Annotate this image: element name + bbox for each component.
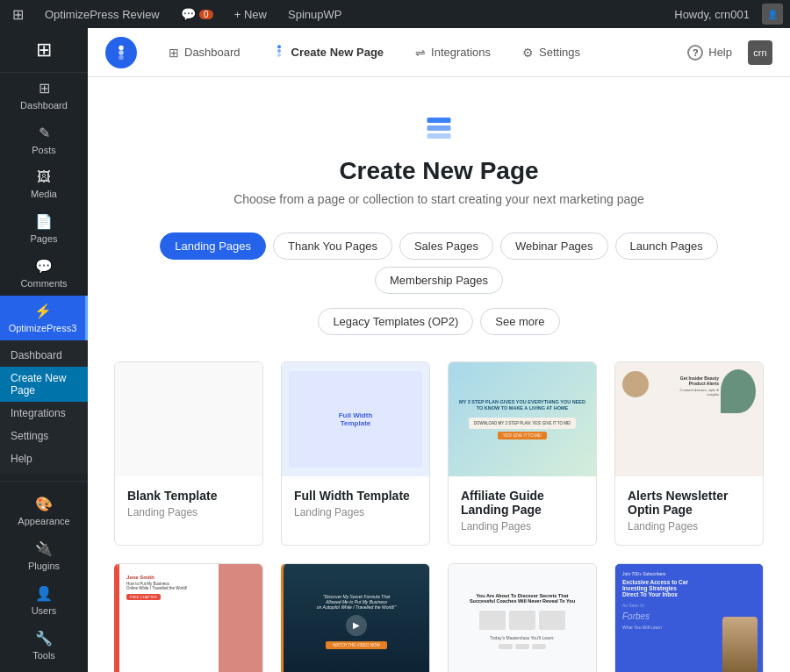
sidebar-item-dashboard[interactable]: ⊞ Dashboard	[0, 73, 88, 118]
nav-settings[interactable]: ⚙ Settings	[508, 39, 594, 67]
template-card-affiliate[interactable]: MY 3 STEP PLAN GIVES YOU EVERYTHING YOU …	[448, 361, 597, 546]
tab-see-more[interactable]: See more	[480, 308, 559, 335]
tab-legacy-templates[interactable]: Legacy Templates (OP2)	[318, 308, 473, 335]
template-category-affiliate: Landing Pages	[461, 520, 584, 533]
adminbar-site-name[interactable]: OptimizePress Review	[40, 0, 165, 28]
adminbar-comments[interactable]: 💬 0	[176, 0, 219, 28]
template-info-affiliate: Affiliate Guide Landing Page Landing Pag…	[449, 476, 596, 545]
nav-create-new-page[interactable]: Create New Page	[258, 37, 399, 68]
admin-avatar-plugin[interactable]: crn	[748, 40, 772, 65]
sidebar-logo: ⊞	[0, 28, 88, 73]
plugin-header: ⊞ Dashboard Create New Page ⇌ Integratio…	[88, 28, 790, 77]
template-card-compact[interactable]: Join 700+ Subscribers Exclusive Access t…	[614, 563, 764, 672]
stack-icon	[114, 112, 764, 150]
appearance-icon: 🎨	[35, 496, 53, 512]
svg-rect-7	[427, 125, 451, 131]
sidebar-item-plugins[interactable]: 🔌 Plugins	[0, 533, 88, 578]
page-subtitle: Choose from a page or collection to star…	[114, 192, 764, 206]
template-category-full-width: Landing Pages	[294, 506, 417, 518]
admin-avatar[interactable]: 👤	[762, 4, 783, 25]
nav-help-icon: ?	[687, 45, 703, 61]
nav-help[interactable]: ? Help	[675, 38, 744, 68]
sidebar-item-optimizepress[interactable]: ⚡ OptimizePress3	[0, 296, 88, 340]
media-icon: 🖼	[37, 169, 51, 185]
template-preview-affiliate: MY 3 STEP PLAN GIVES YOU EVERYTHING YOU …	[449, 362, 596, 476]
admin-bar: ⊞ OptimizePress Review 💬 0 + New SpinupW…	[0, 0, 790, 28]
template-preview-autopilot: "Discover My Secret Formula ThatAllowed …	[284, 564, 429, 672]
template-preview-author: Jane Smith How to Put My BusinessOnline …	[117, 564, 262, 672]
template-category-blank: Landing Pages	[127, 506, 250, 518]
optimizepress-icon: ⚡	[34, 303, 52, 319]
svg-point-4	[277, 49, 281, 53]
sidebar-item-settings[interactable]: ⚙ Settings	[0, 668, 88, 672]
template-preview-full-width: Full WidthTemplate	[282, 362, 429, 476]
submenu-help[interactable]: Help	[0, 447, 88, 470]
tab-webinar-pages[interactable]: Webinar Pages	[500, 232, 608, 260]
nav-dashboard[interactable]: ⊞ Dashboard	[154, 39, 255, 67]
sidebar-item-media[interactable]: 🖼 Media	[0, 162, 88, 206]
adminbar-howdy[interactable]: Howdy, crn001	[669, 0, 755, 28]
tab-landing-pages[interactable]: Landing Pages	[160, 232, 266, 260]
template-card-blank[interactable]: Blank Template Landing Pages	[114, 361, 263, 546]
nav-integrations[interactable]: ⇌ Integrations	[401, 39, 505, 67]
template-card-full-width[interactable]: Full WidthTemplate Full Width Template L…	[281, 361, 430, 546]
posts-icon: ✎	[39, 125, 50, 141]
svg-point-2	[118, 54, 124, 60]
sidebar-item-posts[interactable]: ✎ Posts	[0, 118, 88, 162]
admin-sidebar: ⊞ ⊞ Dashboard ✎ Posts 🖼 Media 📄 Pages 💬 …	[0, 28, 88, 672]
template-tabs-primary: Landing Pages Thank You Pages Sales Page…	[114, 232, 764, 294]
template-card-newsletter[interactable]: Get Insider BeautyProduct Alerts Curated…	[614, 361, 764, 546]
template-preview-blank	[115, 362, 262, 476]
nav-dashboard-icon: ⊞	[169, 46, 179, 60]
template-name-blank: Blank Template	[127, 489, 250, 503]
dashboard-icon: ⊞	[39, 80, 50, 97]
template-card-author[interactable]: Jane Smith How to Put My BusinessOnline …	[114, 563, 263, 672]
template-category-newsletter: Landing Pages	[628, 520, 750, 533]
template-card-autopilot[interactable]: "Discover My Secret Formula ThatAllowed …	[281, 563, 430, 672]
nav-settings-icon: ⚙	[522, 46, 534, 60]
submenu-dashboard[interactable]: Dashboard	[0, 344, 88, 367]
template-name-affiliate: Affiliate Guide Landing Page	[461, 489, 584, 517]
page-title: Create New Page	[114, 157, 764, 185]
tools-icon: 🔧	[35, 630, 53, 647]
svg-rect-6	[427, 118, 451, 123]
users-icon: 👤	[35, 585, 53, 602]
sidebar-item-appearance[interactable]: 🎨 Appearance	[0, 489, 88, 533]
template-preview-compact: Join 700+ Subscribers Exclusive Access t…	[615, 564, 763, 672]
submenu-create-new-page[interactable]: Create New Page	[0, 367, 88, 402]
sidebar-item-users[interactable]: 👤 Users	[0, 578, 88, 623]
template-preview-coaching: You Are About To Discover Secrets ThatSu…	[449, 564, 596, 672]
tab-launch-pages[interactable]: Launch Pages	[615, 232, 718, 260]
optimizepress-submenu: Dashboard Create New Page Integrations S…	[0, 340, 88, 474]
template-name-full-width: Full Width Template	[294, 489, 417, 503]
svg-point-3	[277, 45, 281, 48]
svg-rect-8	[427, 133, 451, 139]
wp-logo-button[interactable]: ⊞	[7, 0, 29, 28]
sidebar-item-comments[interactable]: 💬 Comments	[0, 251, 88, 296]
adminbar-spinup[interactable]: SpinupWP	[283, 0, 347, 28]
page-title-area: Create New Page Choose from a page or co…	[114, 112, 764, 206]
template-name-newsletter: Alerts Newsletter Optin Page	[628, 489, 750, 517]
tab-membership-pages[interactable]: Membership Pages	[375, 267, 503, 294]
tab-thank-you-pages[interactable]: Thank You Pages	[273, 232, 392, 260]
submenu-settings[interactable]: Settings	[0, 425, 88, 447]
svg-point-0	[118, 45, 124, 50]
tab-sales-pages[interactable]: Sales Pages	[399, 232, 493, 260]
pages-icon: 📄	[35, 213, 53, 230]
adminbar-new[interactable]: + New	[229, 0, 272, 28]
template-card-coaching[interactable]: You Are About To Discover Secrets ThatSu…	[448, 563, 597, 672]
sidebar-item-pages[interactable]: 📄 Pages	[0, 206, 88, 251]
nav-integrations-icon: ⇌	[415, 46, 426, 60]
submenu-integrations[interactable]: Integrations	[0, 402, 88, 425]
comments-icon: 💬	[35, 258, 53, 275]
templates-grid: Blank Template Landing Pages Full WidthT…	[114, 361, 764, 672]
sidebar-item-tools[interactable]: 🔧 Tools	[0, 623, 88, 668]
create-page-body: Create New Page Choose from a page or co…	[88, 77, 790, 672]
nav-create-icon	[272, 44, 286, 61]
template-info-full-width: Full Width Template Landing Pages	[282, 476, 429, 531]
plugins-icon: 🔌	[35, 540, 53, 557]
template-tabs-secondary: Legacy Templates (OP2) See more	[114, 308, 764, 335]
template-preview-newsletter: Get Insider BeautyProduct Alerts Curated…	[615, 362, 763, 476]
svg-point-1	[118, 50, 124, 55]
svg-point-5	[277, 54, 281, 57]
